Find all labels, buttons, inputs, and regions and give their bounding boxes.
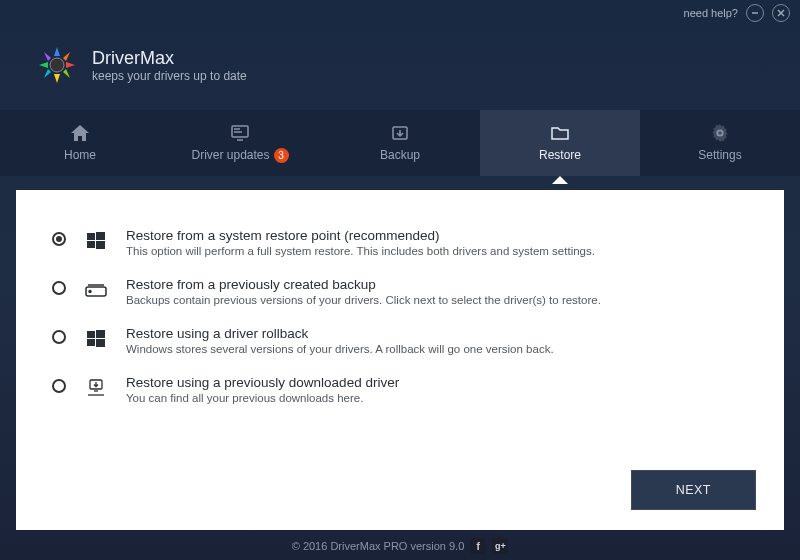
restore-option-downloaded[interactable]: Restore using a previously downloaded dr…: [44, 365, 756, 414]
monitor-icon: [230, 124, 250, 142]
tab-settings[interactable]: Settings: [640, 110, 800, 176]
svg-rect-10: [96, 232, 105, 240]
radio-button[interactable]: [52, 281, 66, 295]
windows-icon: [84, 230, 108, 252]
tab-label: Restore: [539, 148, 581, 162]
option-title: Restore using a driver rollback: [126, 326, 554, 341]
option-description: Windows stores several versions of your …: [126, 343, 554, 355]
next-button[interactable]: NEXT: [631, 470, 756, 510]
option-description: This option will perform a full system r…: [126, 245, 595, 257]
app-title: DriverMax: [92, 48, 247, 69]
tab-home[interactable]: Home: [0, 110, 160, 176]
svg-rect-19: [96, 339, 105, 347]
svg-rect-9: [87, 233, 95, 240]
help-link[interactable]: need help?: [684, 7, 738, 19]
copyright-text: © 2016 DriverMax PRO version 9.0: [292, 540, 465, 552]
app-header: DriverMax keeps your drivers up to date: [0, 26, 800, 110]
titlebar: need help?: [0, 0, 800, 26]
restore-option-system-restore[interactable]: Restore from a system restore point (rec…: [44, 218, 756, 267]
backup-icon: [390, 124, 410, 142]
svg-rect-11: [87, 241, 95, 248]
main-tabs: Home Driver updates 3 Backup Restore Set…: [0, 110, 800, 176]
radio-button[interactable]: [52, 232, 66, 246]
restore-option-backup[interactable]: Restore from a previously created backup…: [44, 267, 756, 316]
tab-label: Backup: [380, 148, 420, 162]
restore-option-rollback[interactable]: Restore using a driver rollback Windows …: [44, 316, 756, 365]
tab-label: Driver updates: [191, 148, 269, 162]
tab-driver-updates[interactable]: Driver updates 3: [160, 110, 320, 176]
tab-backup[interactable]: Backup: [320, 110, 480, 176]
windows-icon: [84, 328, 108, 350]
googleplus-icon[interactable]: g+: [492, 538, 508, 554]
updates-badge: 3: [274, 148, 289, 163]
option-title: Restore using a previously downloaded dr…: [126, 375, 399, 390]
svg-rect-18: [87, 339, 95, 346]
home-icon: [70, 124, 90, 142]
tab-label: Home: [64, 148, 96, 162]
restore-options: Restore from a system restore point (rec…: [44, 218, 756, 460]
tab-restore[interactable]: Restore: [480, 110, 640, 176]
restore-panel: Restore from a system restore point (rec…: [16, 190, 784, 530]
hdd-icon: [84, 279, 108, 301]
svg-rect-12: [96, 241, 105, 249]
gear-icon: [710, 124, 730, 142]
app-footer: © 2016 DriverMax PRO version 9.0 f g+: [0, 532, 800, 560]
radio-button[interactable]: [52, 379, 66, 393]
option-description: You can find all your previous downloads…: [126, 392, 399, 404]
option-description: Backups contain previous versions of you…: [126, 294, 601, 306]
option-title: Restore from a previously created backup: [126, 277, 601, 292]
svg-point-14: [89, 291, 91, 293]
tab-label: Settings: [698, 148, 741, 162]
svg-rect-17: [96, 330, 105, 338]
option-title: Restore from a system restore point (rec…: [126, 228, 595, 243]
minimize-button[interactable]: [746, 4, 764, 22]
folder-icon: [550, 124, 570, 142]
app-tagline: keeps your drivers up to date: [92, 69, 247, 83]
download-icon: [84, 377, 108, 399]
app-logo-icon: [36, 44, 78, 86]
radio-button[interactable]: [52, 330, 66, 344]
close-button[interactable]: [772, 4, 790, 22]
facebook-icon[interactable]: f: [470, 538, 486, 554]
svg-point-3: [50, 58, 64, 72]
svg-rect-16: [87, 331, 95, 338]
